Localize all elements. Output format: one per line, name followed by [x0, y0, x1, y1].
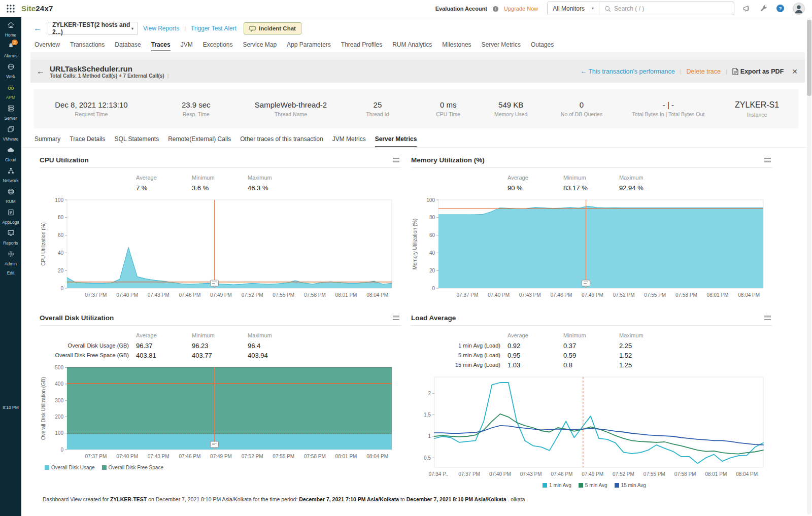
sidebar-item-apm[interactable]: APM — [0, 80, 21, 100]
evaluation-account-label: Evaluation Account — [435, 6, 487, 12]
upgrade-now-link[interactable]: Upgrade Now — [504, 6, 538, 12]
sidebar-item-label: VMware — [3, 136, 18, 142]
subtab-remote-external-calls[interactable]: Remote(External) Calls — [168, 135, 231, 147]
subtab-jvm-metrics[interactable]: JVM Metrics — [332, 135, 366, 147]
tab-thread-profiles[interactable]: Thread Profiles — [341, 41, 382, 51]
pdf-icon — [732, 68, 738, 75]
subtab-sql-statements[interactable]: SQL Statements — [115, 135, 159, 147]
site24x7-logo[interactable]: Site24x7 — [21, 4, 53, 13]
tab-rum-analytics[interactable]: RUM Analytics — [392, 41, 432, 51]
announcement-icon[interactable] — [742, 4, 751, 13]
tab-exceptions[interactable]: Exceptions — [203, 41, 233, 51]
monitor-selector-dropdown[interactable]: ZYLKER-TEST(2 hosts and 2...) ▾ — [48, 22, 138, 35]
back-icon-trace[interactable]: ← — [30, 67, 50, 76]
tab-app-parameters[interactable]: App Parameters — [287, 41, 331, 51]
legend-item-15-min-avg[interactable]: 15 min Avg — [615, 483, 646, 488]
disk-menu-icon[interactable] — [391, 314, 401, 322]
svg-text:07:49 PM: 07:49 PM — [210, 292, 232, 298]
tab-outages[interactable]: Outages — [531, 41, 554, 51]
tab-service-map[interactable]: Service Map — [243, 41, 277, 51]
search-icon — [604, 5, 611, 12]
sidebar-item-rum[interactable]: RUM — [0, 184, 21, 204]
sidebar-item-label: Edit — [7, 270, 15, 276]
back-icon[interactable]: ← — [33, 24, 42, 33]
load-menu-icon[interactable] — [763, 314, 772, 322]
tab-traces[interactable]: Traces — [151, 41, 171, 51]
footer-text: on December 7, 2021 8:10 PM Asia/Kolkata… — [147, 496, 299, 502]
legend-item-overall-disk-free-space[interactable]: Overall Disk Free Space — [102, 465, 163, 470]
memory-chart[interactable]: 02040608010007:37 PM07:40 PM07:43 PM07:4… — [411, 196, 767, 301]
metric-label: Request Time — [34, 111, 149, 117]
svg-text:i: i — [495, 7, 496, 11]
svg-text:2: 2 — [428, 391, 431, 396]
help-icon[interactable]: ? — [776, 4, 785, 13]
cpu-chart[interactable]: 02040608010007:37 PM07:40 PM07:43 PM07:4… — [40, 196, 396, 301]
apps-grid-icon[interactable] — [6, 4, 15, 13]
metric-label: Memory Used — [480, 111, 542, 117]
trigger-test-alert-link[interactable]: Trigger Test Alert — [191, 25, 236, 32]
svg-text:80: 80 — [429, 215, 435, 220]
svg-text:60: 60 — [58, 232, 64, 238]
sidebar-item-vmware[interactable]: VMware — [0, 121, 21, 142]
timeline-marker-icon — [582, 280, 590, 288]
legend-swatch — [543, 483, 547, 488]
scrollbar-track[interactable] — [807, 18, 811, 514]
incident-chat-button[interactable]: Incident Chat — [244, 22, 301, 35]
sidebar-item-home[interactable]: Home — [0, 17, 21, 38]
main-content: ← ZYLKER-TEST(2 hosts and 2...) ▾ View R… — [21, 17, 812, 516]
stats-header: Maximum — [619, 331, 772, 340]
tab-jvm[interactable]: JVM — [181, 41, 193, 51]
svg-text:07:58 PM: 07:58 PM — [675, 292, 697, 298]
legend-item-overall-disk-usage[interactable]: Overall Disk Usage — [45, 465, 95, 470]
stats-value: 3.6 % — [192, 183, 248, 193]
close-icon[interactable]: ✕ — [792, 67, 798, 76]
sidebar-item-label: Admin — [5, 261, 17, 266]
info-icon[interactable]: i — [492, 5, 499, 12]
subtab-trace-details[interactable]: Trace Details — [70, 135, 105, 147]
user-avatar[interactable] — [793, 3, 805, 15]
transaction-performance-link[interactable]: ← This transaction's performance — [580, 67, 675, 75]
tab-overview[interactable]: Overview — [35, 41, 60, 51]
disk-panel-title: Overall Disk Utilization — [40, 314, 114, 322]
subtab-other-traces-of-this-transaction[interactable]: Other traces of this transaction — [240, 135, 323, 147]
disk-chart[interactable]: 010020030040050007:37 PM07:40 PM07:43 PM… — [40, 363, 396, 463]
sidebar-item-label: Reports — [3, 240, 18, 246]
all-monitors-dropdown[interactable]: All Monitors ▾ — [548, 2, 599, 15]
tab-server-metrics[interactable]: Server Metrics — [482, 41, 521, 51]
svg-text:08:01 PM: 08:01 PM — [707, 292, 729, 298]
stats-value: 1.03 — [507, 360, 563, 370]
stats-header: Average — [507, 173, 563, 183]
sidebar-item-web[interactable]: Web — [0, 59, 21, 80]
sidebar-item-network[interactable]: Network — [0, 163, 21, 184]
sidebar-item-cloud[interactable]: Cloud — [0, 142, 21, 163]
sidebar-item-server[interactable]: Server — [0, 100, 21, 121]
scrollbar-thumb[interactable] — [807, 20, 811, 96]
delete-trace-link[interactable]: Delete trace — [687, 68, 721, 75]
disk-legend: Overall Disk UsageOverall Disk Free Spac… — [40, 463, 401, 470]
svg-text:07:46 PM: 07:46 PM — [179, 454, 200, 459]
memory-menu-icon[interactable] — [763, 156, 772, 164]
sidebar-item-applogs[interactable]: AppLogs — [0, 204, 21, 225]
export-pdf-link[interactable]: Export as PDF — [732, 68, 784, 75]
search-input[interactable] — [614, 5, 721, 12]
tab-transactions[interactable]: Transactions — [70, 41, 105, 51]
cpu-menu-icon[interactable] — [391, 156, 401, 164]
stats-row: Overall Disk Free Space (GB)403.81403.77… — [40, 351, 401, 360]
load-chart[interactable]: 0.511.5207:34 P..07:37 PM07:40 PM07:43 P… — [411, 373, 767, 480]
wrench-icon[interactable] — [759, 4, 768, 13]
view-reports-link[interactable]: View Reports — [143, 25, 179, 32]
sidebar-item-alarms[interactable]: Alarms2 — [0, 38, 21, 59]
sidebar-item-edit[interactable]: Edit — [0, 267, 21, 288]
search-box[interactable] — [599, 5, 734, 12]
legend-item-1-min-avg[interactable]: 1 min Avg — [543, 483, 571, 488]
svg-text:07:43 PM: 07:43 PM — [520, 471, 542, 477]
sidebar-item-reports[interactable]: Reports — [0, 225, 21, 246]
legend-item-5-min-avg[interactable]: 5 min Avg — [579, 483, 607, 488]
tab-database[interactable]: Database — [115, 41, 141, 51]
subtab-server-metrics[interactable]: Server Metrics — [375, 135, 417, 147]
sidebar-item-admin[interactable]: Admin — [0, 246, 21, 267]
footer-text: . olkata . — [506, 496, 528, 502]
subtab-summary[interactable]: Summary — [35, 135, 60, 147]
svg-text:08:04 PM: 08:04 PM — [738, 292, 760, 298]
tab-milestones[interactable]: Milestones — [442, 41, 471, 51]
